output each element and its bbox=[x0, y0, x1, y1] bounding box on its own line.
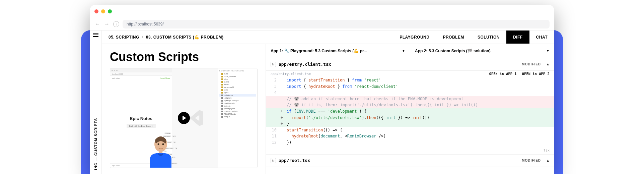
diff-file-name: app/root.tsx bbox=[279, 158, 310, 163]
diff-code: 2 import { startTransition } from 'react… bbox=[266, 77, 554, 148]
collapse-icon[interactable]: ▲ bbox=[546, 159, 550, 162]
explorer-item: .gitignore bbox=[219, 97, 256, 99]
traffic-lights bbox=[94, 9, 112, 13]
maximize-window-button[interactable] bbox=[108, 9, 112, 13]
explorer-item: other bbox=[219, 78, 256, 80]
breadcrumb-separator: / bbox=[142, 35, 143, 40]
presenter-avatar bbox=[147, 133, 174, 168]
menu-icon[interactable] bbox=[93, 35, 98, 35]
url-bar[interactable]: http://localhost:5639/ bbox=[123, 20, 550, 28]
forward-button[interactable]: → bbox=[104, 21, 110, 27]
tab-solution[interactable]: SOLUTION bbox=[471, 31, 506, 44]
lesson-pane: Custom Scripts localhost:3000 epic notes… bbox=[102, 44, 266, 174]
explorer-item: node_modules bbox=[219, 75, 256, 78]
tab-problem[interactable]: PROBLEM bbox=[436, 31, 471, 44]
site-info-icon[interactable]: i bbox=[113, 21, 119, 27]
topbar: 05. SCRIPTING / 03. CUSTOM SCRIPTS (💪 PR… bbox=[102, 31, 554, 44]
thumb-brand: Epic Notes bbox=[130, 116, 152, 121]
explorer-item: rmfig.ts bbox=[219, 115, 256, 118]
thumb-explorer: EXPLORER: PLAYGROUND buildnode_modulesot… bbox=[218, 68, 257, 168]
explorer-item: server-build bbox=[219, 86, 256, 89]
app-shell: ING — CUSTOM SCRIPTS 05. SCRIPTING / 03.… bbox=[90, 30, 554, 174]
file-modified-icon: M bbox=[271, 158, 276, 163]
explorer-item: build bbox=[219, 72, 256, 75]
tabs: PLAYGROUND PROBLEM SOLUTION DIFF CHAT bbox=[393, 31, 554, 44]
file-modified-icon: M bbox=[271, 62, 276, 67]
diff-file-name: app/entry.client.tsx bbox=[279, 62, 331, 67]
open-in-app2-button[interactable]: OPEN in APP 2 bbox=[522, 72, 550, 76]
play-button[interactable] bbox=[178, 112, 190, 124]
breadcrumb-part[interactable]: 05. SCRIPTING bbox=[109, 35, 139, 40]
diff-file-path: app/entry.client.tsx bbox=[271, 72, 311, 76]
chevron-down-icon: ▼ bbox=[402, 49, 405, 53]
language-tag: tsx bbox=[266, 148, 554, 154]
video-thumbnail[interactable]: localhost:3000 epic notes Kody's Notes E… bbox=[110, 68, 258, 168]
left-rail: ING — CUSTOM SCRIPTS bbox=[90, 31, 102, 174]
page-title: Custom Scripts bbox=[110, 50, 258, 64]
app2-selector[interactable]: App 2: 5.3 Custom Scripts (🏁 solution)▼ bbox=[410, 44, 554, 58]
explorer-item: README.mdx bbox=[219, 113, 256, 115]
diff-file-status: MODIFIED bbox=[522, 62, 541, 66]
svg-point-2 bbox=[162, 143, 164, 145]
minimize-window-button[interactable] bbox=[101, 9, 105, 13]
diff-file-header: M app/root.tsx MODIFIED ▲ bbox=[266, 154, 554, 167]
explorer-item: public bbox=[219, 80, 256, 83]
explorer-item: server bbox=[219, 83, 256, 86]
diff-file-header: M app/entry.client.tsx MODIFIED ▲ bbox=[266, 58, 554, 71]
diff-pane: App 1: 🔧 Playground: 5.3 Custom Scripts … bbox=[266, 44, 554, 174]
close-window-button[interactable] bbox=[94, 9, 98, 13]
tab-playground[interactable]: PLAYGROUND bbox=[393, 31, 436, 44]
explorer-item: .prettierrc.cjs bbox=[219, 102, 256, 105]
breadcrumb: 05. SCRIPTING / 03. CUSTOM SCRIPTS (💪 PR… bbox=[102, 35, 230, 40]
explorer-item: postcss.config.js bbox=[219, 110, 256, 113]
app1-selector[interactable]: App 1: 🔧 Playground: 5.3 Custom Scripts … bbox=[266, 44, 410, 58]
explorer-item: types bbox=[219, 91, 256, 94]
explorer-item: index.js bbox=[219, 105, 256, 107]
explorer-item: .eslintrc.cjs bbox=[219, 94, 256, 97]
content: Custom Scripts localhost:3000 epic notes… bbox=[102, 44, 554, 174]
explorer-item: flyweight.config.ts bbox=[219, 99, 256, 102]
tab-chat[interactable]: CHAT bbox=[529, 31, 554, 44]
main: 05. SCRIPTING / 03. CUSTOM SCRIPTS (💪 PR… bbox=[102, 31, 554, 174]
app-selectors: App 1: 🔧 Playground: 5.3 Custom Scripts … bbox=[266, 44, 554, 58]
collapse-icon[interactable]: ▲ bbox=[546, 62, 550, 66]
tab-diff[interactable]: DIFF bbox=[506, 31, 529, 44]
explorer-item: tests bbox=[219, 89, 256, 91]
open-in-app1-button[interactable]: OPEN in APP 1 bbox=[489, 72, 517, 76]
breadcrumb-part[interactable]: 03. CUSTOM SCRIPTS (💪 PROBLEM) bbox=[146, 35, 224, 40]
diff-meta-row: app/entry.client.tsx OPEN in APP 1 OPEN … bbox=[266, 71, 554, 77]
back-button[interactable]: ← bbox=[94, 21, 100, 27]
svg-point-1 bbox=[157, 143, 159, 145]
chevron-down-icon: ▼ bbox=[546, 49, 550, 53]
diff-file-status: MODIFIED bbox=[522, 159, 541, 162]
browser-window: ← → i http://localhost:5639/ ING — CUSTO… bbox=[90, 5, 554, 174]
address-bar-row: ← → i http://localhost:5639/ bbox=[90, 18, 554, 30]
thumb-tagline: Built with the Epic Stack ✦ bbox=[127, 124, 156, 128]
vertical-breadcrumb: ING — CUSTOM SCRIPTS bbox=[94, 118, 98, 170]
explorer-item: package.json bbox=[219, 107, 256, 110]
window-titlebar bbox=[90, 5, 554, 18]
